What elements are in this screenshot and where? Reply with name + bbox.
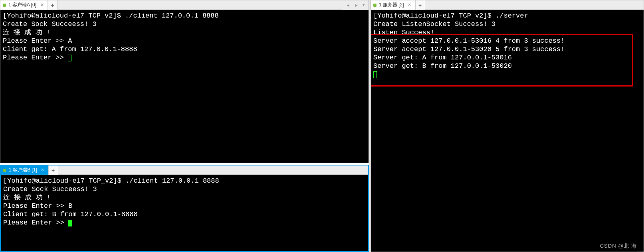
terminal-client-b[interactable]: [Yohifo@alicloud-el7 TCP_v2]$ ./client 1… <box>1 175 368 251</box>
terminal-client-a[interactable]: [Yohifo@alicloud-el7 TCP_v2]$ ./client 1… <box>0 10 369 163</box>
term-line: Please Enter >> <box>3 53 366 62</box>
client-b-pane: 1 客户端B [1] ✕ + [Yohifo@alicloud-el7 TCP_… <box>0 165 369 252</box>
new-tab-button[interactable]: + <box>416 0 425 10</box>
term-line: Server accept 127.0.0.1-53020 5 from 3 s… <box>373 45 641 53</box>
status-dot-icon <box>3 169 6 172</box>
nav-left-icon[interactable]: ◄ <box>345 3 351 8</box>
term-line: Server accept 127.0.0.1-53016 4 from 3 s… <box>373 37 641 45</box>
status-dot-icon <box>373 4 376 7</box>
tab-spacer <box>58 165 368 175</box>
term-line: [Yohifo@alicloud-el7 TCP_v2]$ ./server <box>373 12 641 20</box>
server-pane: 1 服务器 [2] ✕ + [Yohifo@alicloud-el7 TCP_v… <box>371 0 644 252</box>
tab-client-a[interactable]: 1 客户端A [0] ✕ <box>0 0 48 10</box>
term-line: [Yohifo@alicloud-el7 TCP_v2]$ ./client 1… <box>3 177 366 185</box>
term-line: Create ListenSocket Success! 3 <box>373 20 641 28</box>
tab-label: 1 服务器 [2] <box>379 2 404 8</box>
tab-spacer <box>425 0 644 10</box>
new-tab-button[interactable]: + <box>48 0 57 10</box>
nav-dropdown-icon[interactable]: ▾ <box>361 2 366 8</box>
term-line: Server get: A from 127.0.0.1-53016 <box>373 53 641 62</box>
cursor-icon <box>68 220 72 226</box>
term-line: Please Enter >> A <box>3 37 366 45</box>
cursor-icon <box>373 71 377 78</box>
tab-nav: ◄ ► ▾ <box>342 0 369 10</box>
tab-client-b[interactable]: 1 客户端B [1] ✕ <box>1 165 49 175</box>
cursor-icon <box>68 55 71 61</box>
new-tab-button[interactable]: + <box>49 165 58 175</box>
term-line: Client get: A from 127.0.0.1-8888 <box>3 45 366 53</box>
close-icon[interactable]: ✕ <box>407 3 412 8</box>
term-line: 连 接 成 功 ! <box>3 193 366 202</box>
term-line: [Yohifo@alicloud-el7 TCP_v2]$ ./client 1… <box>3 12 366 20</box>
client-a-pane: 1 客户端A [0] ✕ + ◄ ► ▾ [Yohifo@alicloud-el… <box>0 0 369 163</box>
term-line: Server get: B from 127.0.0.1-53020 <box>373 62 641 70</box>
term-line: Create Sock Succeess! 3 <box>3 185 366 193</box>
term-line <box>373 70 641 79</box>
term-line: Client get: B from 127.0.0.1-8888 <box>3 210 366 219</box>
tab-label: 1 客户端A [0] <box>8 2 36 8</box>
term-line: Please Enter >> <box>3 219 366 227</box>
status-dot-icon <box>3 4 6 7</box>
tab-label: 1 客户端B [1] <box>9 167 37 173</box>
tab-server[interactable]: 1 服务器 [2] ✕ <box>371 0 416 10</box>
term-line: Please Enter >> B <box>3 202 366 210</box>
terminal-server[interactable]: [Yohifo@alicloud-el7 TCP_v2]$ ./server C… <box>371 10 644 252</box>
close-icon[interactable]: ✕ <box>40 3 44 8</box>
close-icon[interactable]: ✕ <box>40 168 45 173</box>
tabbar-client-a: 1 客户端A [0] ✕ + ◄ ► ▾ <box>0 0 369 10</box>
term-line: Listen Success! <box>373 28 641 37</box>
tab-spacer <box>57 0 342 10</box>
nav-right-icon[interactable]: ► <box>353 3 360 8</box>
tabbar-server: 1 服务器 [2] ✕ + <box>371 0 644 10</box>
tabbar-client-b: 1 客户端B [1] ✕ + <box>1 165 368 175</box>
term-line: 连 接 成 功 ! <box>3 28 366 37</box>
term-line: Create Sock Succeess! 3 <box>3 20 366 28</box>
